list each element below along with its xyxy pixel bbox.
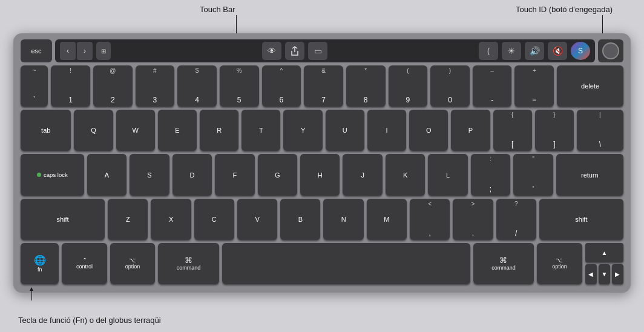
key-h[interactable]: H <box>300 154 340 195</box>
tb-share-icon[interactable] <box>285 42 304 60</box>
key-arrow-left[interactable]: ◀ <box>585 264 597 284</box>
key-0[interactable]: )0 <box>430 65 470 107</box>
key-arrow-right[interactable]: ▶ <box>612 264 623 284</box>
command-right-label: command <box>491 265 516 271</box>
tb-paren-icon[interactable]: ( <box>479 42 498 60</box>
key-z[interactable]: Z <box>108 199 148 240</box>
key-m[interactable]: M <box>367 199 407 240</box>
touch-bar[interactable]: ‹ › ⊞ 👁 ▭ ( ✳ 🔊 🔇 S <box>55 39 595 62</box>
key-j[interactable]: J <box>343 154 382 195</box>
option-left-label: option <box>125 264 140 270</box>
key-y[interactable]: Y <box>283 110 322 151</box>
bottom-row: 🌐 fn ⌃ control ⌥ option ⌘ command <box>21 243 623 284</box>
key-p[interactable]: P <box>451 110 490 151</box>
key-shift-left[interactable]: shift <box>21 199 105 240</box>
fn-arrow-head <box>30 287 33 291</box>
key-q[interactable]: Q <box>74 110 113 151</box>
key-l[interactable]: L <box>428 154 467 195</box>
key-space[interactable] <box>222 243 470 284</box>
tb-nav-buttons[interactable]: ‹ › <box>60 42 93 60</box>
key-9[interactable]: (9 <box>389 65 428 107</box>
key-capslock[interactable]: caps lock <box>21 154 84 195</box>
key-u[interactable]: U <box>326 110 364 151</box>
touchbar-label: Touch Bar <box>200 5 235 14</box>
key-shift-right[interactable]: shift <box>539 199 623 240</box>
arrow-bottom-row: ◀ ▼ ▶ <box>585 264 623 284</box>
key-i[interactable]: I <box>367 110 406 151</box>
touchbar-row: esc ‹ › ⊞ 👁 ▭ ( ✳ 🔊 🔇 S <box>21 39 623 62</box>
key-arrow-up[interactable]: ▲ <box>585 243 623 263</box>
number-row: ~` !1 @2 #3 $4 %5 ^6 &7 *8 (9 )0 <box>21 65 623 107</box>
key-f[interactable]: F <box>215 154 254 195</box>
key-4[interactable]: $4 <box>177 65 217 107</box>
key-w[interactable]: W <box>116 110 155 151</box>
key-return[interactable]: return <box>556 154 623 195</box>
tb-siri-icon[interactable]: S <box>571 42 590 60</box>
key-a[interactable]: A <box>87 154 126 195</box>
tb-grid-button[interactable]: ⊞ <box>96 42 111 60</box>
arrow-up-container: ▲ <box>585 243 623 263</box>
key-backslash[interactable]: |\ <box>577 110 623 151</box>
key-8[interactable]: *8 <box>346 65 386 107</box>
key-quote[interactable]: "' <box>513 154 553 195</box>
key-5[interactable]: %5 <box>220 65 259 107</box>
tb-mute-icon[interactable]: 🔇 <box>548 42 567 60</box>
key-d[interactable]: D <box>172 154 212 195</box>
touchid-arrow-line <box>602 15 603 35</box>
key-equals[interactable]: += <box>514 65 554 107</box>
key-x[interactable]: X <box>151 199 191 240</box>
key-k[interactable]: K <box>386 154 425 195</box>
key-semicolon[interactable]: :; <box>471 154 510 195</box>
key-7[interactable]: &7 <box>304 65 343 107</box>
key-bracket-left[interactable]: {[ <box>493 110 532 151</box>
key-3[interactable]: #3 <box>136 65 175 107</box>
key-period[interactable]: >. <box>453 199 493 240</box>
key-2[interactable]: @2 <box>93 65 133 107</box>
key-esc[interactable]: esc <box>21 39 52 62</box>
fn-label: Tecla de funció (Fn) o del globus terraq… <box>18 316 161 325</box>
key-slash[interactable]: ?/ <box>496 199 536 240</box>
fn-arrow-line <box>31 290 32 300</box>
option-right-label: option <box>552 264 567 270</box>
touchid-label: Touch ID (botó d'engegada) <box>516 5 613 14</box>
tb-brightness-icon[interactable]: ✳ <box>502 42 521 60</box>
touchbar-arrow-line <box>236 15 237 35</box>
qwerty-row: tab Q W E R T Y U I O P {[ }] |\ <box>21 110 623 151</box>
key-command-right[interactable]: ⌘ command <box>473 243 534 284</box>
command-left-label: command <box>177 265 201 271</box>
tb-back-button[interactable]: ‹ <box>60 42 76 60</box>
key-option-left[interactable]: ⌥ option <box>110 243 156 284</box>
tb-eye-icon[interactable]: 👁 <box>262 42 281 60</box>
key-backtick[interactable]: ~` <box>21 65 48 107</box>
key-bracket-right[interactable]: }] <box>535 110 574 151</box>
key-b[interactable]: B <box>280 199 320 240</box>
key-touchid[interactable] <box>598 39 623 62</box>
tb-forward-button[interactable]: › <box>77 42 93 60</box>
key-1[interactable]: !1 <box>51 65 90 107</box>
asdf-row: caps lock A S D F G H J K L :; "' return <box>21 154 623 195</box>
tb-volume-icon[interactable]: 🔊 <box>525 42 544 60</box>
key-comma[interactable]: <, <box>410 199 450 240</box>
arrow-keys-cluster: ▲ ◀ ▼ ▶ <box>585 243 623 284</box>
tb-cast-icon[interactable]: ▭ <box>308 42 327 60</box>
key-tab[interactable]: tab <box>21 110 71 151</box>
key-minus[interactable]: –- <box>473 65 512 107</box>
key-c[interactable]: C <box>194 199 234 240</box>
key-t[interactable]: T <box>242 110 280 151</box>
touchid-sensor <box>602 42 619 59</box>
zxcv-row: shift Z X C V B N M <, >. ?/ shift <box>21 199 623 240</box>
key-control[interactable]: ⌃ control <box>62 243 107 284</box>
key-v[interactable]: V <box>237 199 277 240</box>
key-6[interactable]: ^6 <box>262 65 301 107</box>
key-g[interactable]: G <box>258 154 297 195</box>
key-e[interactable]: E <box>158 110 197 151</box>
key-n[interactable]: N <box>323 199 363 240</box>
key-command-left[interactable]: ⌘ command <box>158 243 219 284</box>
key-fn[interactable]: 🌐 fn <box>21 243 59 284</box>
key-option-right[interactable]: ⌥ option <box>537 243 582 284</box>
key-delete[interactable]: delete <box>557 65 623 107</box>
key-o[interactable]: O <box>409 110 448 151</box>
key-s[interactable]: S <box>130 154 169 195</box>
key-arrow-down[interactable]: ▼ <box>599 264 610 284</box>
key-r[interactable]: R <box>200 110 238 151</box>
